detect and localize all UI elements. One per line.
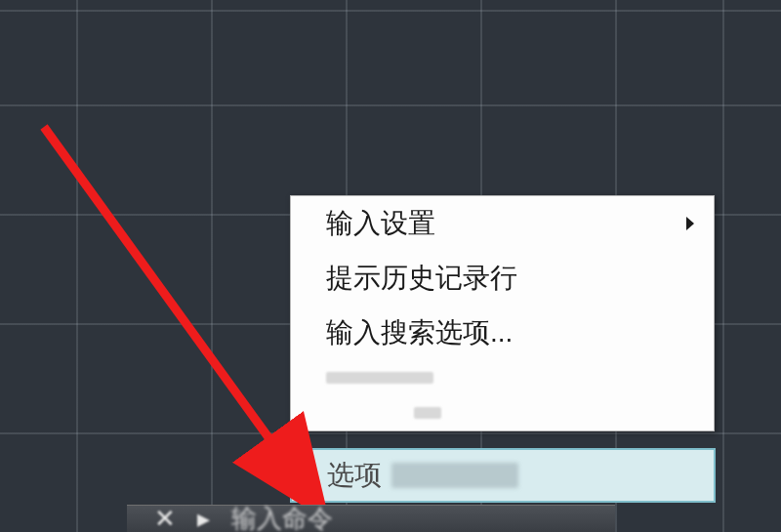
menu-item-blurred[interactable] <box>291 395 714 430</box>
menu-item-options-highlighted[interactable]: 选项 <box>290 448 716 503</box>
blurred-text <box>391 463 518 488</box>
menu-item-input-settings[interactable]: 输入设置 <box>291 196 714 251</box>
menu-item-history-lines[interactable]: 提示历史记录行 <box>291 251 714 306</box>
command-bar[interactable]: ✕ ▸ 输入命令 <box>127 505 615 532</box>
blurred-text <box>326 372 433 384</box>
menu-item-label: 提示历史记录行 <box>326 260 517 297</box>
blurred-text <box>414 407 441 419</box>
menu-item-blurred[interactable] <box>291 360 714 395</box>
submenu-arrow-icon <box>686 217 694 230</box>
menu-item-label: 输入设置 <box>326 205 435 242</box>
context-menu: 输入设置 提示历史记录行 输入搜索选项... <box>290 195 715 431</box>
taskbar-icon: ✕ <box>154 504 176 532</box>
menu-item-search-options[interactable]: 输入搜索选项... <box>291 306 714 360</box>
taskbar-icon: ▸ <box>197 504 210 532</box>
menu-item-label: 输入搜索选项... <box>326 314 513 351</box>
menu-item-label: 选项 <box>327 457 382 494</box>
command-input-placeholder: 输入命令 <box>231 502 333 532</box>
